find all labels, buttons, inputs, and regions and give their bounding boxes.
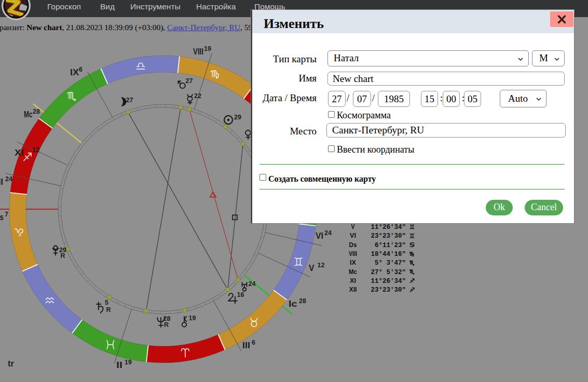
svg-text:27: 27: [126, 97, 133, 104]
svg-text:27: 27: [186, 77, 193, 85]
svg-text:22: 22: [194, 92, 201, 100]
svg-text:II: II: [116, 360, 122, 370]
svg-text:Ds: Ds: [349, 241, 357, 249]
svg-text:VIII: VIII: [349, 250, 357, 257]
svg-text:28: 28: [299, 297, 306, 305]
svg-text:19: 19: [204, 45, 211, 52]
svg-text:Mc: Mc: [24, 110, 33, 119]
svg-text:11°26'34″: 11°26'34″: [371, 224, 406, 231]
svg-text:tr: tr: [8, 359, 15, 368]
svg-text:R: R: [106, 306, 111, 313]
svg-text:III: III: [242, 340, 250, 350]
svg-text:5° 3'47″: 5° 3'47″: [371, 260, 406, 267]
svg-text:V: V: [351, 223, 355, 230]
svg-text:11°26'34″: 11°26'34″: [371, 278, 406, 285]
svg-text:VI: VI: [316, 231, 323, 240]
svg-text:XII: XII: [0, 177, 3, 186]
svg-text:23°23'30″: 23°23'30″: [371, 286, 406, 294]
svg-text:V: V: [309, 263, 314, 272]
svg-text:24: 24: [5, 175, 12, 183]
svg-text:As: As: [0, 212, 4, 222]
svg-text:19: 19: [189, 315, 196, 322]
svg-text:24: 24: [324, 229, 332, 237]
svg-text:6: 6: [252, 339, 255, 346]
svg-text:6: 6: [79, 66, 83, 73]
svg-text:29: 29: [234, 114, 241, 121]
svg-text:5: 5: [105, 299, 108, 306]
svg-text:23°23'30″: 23°23'30″: [371, 233, 406, 240]
svg-text:27° 5'32″: 27° 5'32″: [371, 269, 406, 276]
svg-text:Mc: Mc: [349, 268, 357, 276]
svg-text:R: R: [61, 252, 65, 260]
svg-text:12: 12: [318, 262, 325, 269]
svg-text:XII: XII: [349, 286, 357, 293]
svg-text:Ic: Ic: [289, 299, 297, 308]
svg-text:24: 24: [249, 280, 256, 288]
svg-text:7: 7: [5, 211, 8, 218]
svg-text:IX: IX: [70, 67, 79, 77]
svg-text:VIII: VIII: [193, 47, 203, 56]
svg-text:R: R: [164, 321, 169, 329]
svg-text:VI: VI: [350, 232, 356, 239]
svg-text:19: 19: [125, 359, 132, 366]
svg-text:6°11'23″: 6°11'23″: [371, 242, 406, 249]
svg-text:12: 12: [32, 146, 39, 154]
svg-text:XI: XI: [350, 277, 356, 284]
svg-text:XI: XI: [15, 148, 24, 157]
svg-text:28: 28: [33, 108, 40, 115]
svg-text:16: 16: [237, 291, 244, 298]
svg-text:18°44'16″: 18°44'16″: [371, 251, 406, 258]
svg-text:IX: IX: [350, 259, 356, 266]
